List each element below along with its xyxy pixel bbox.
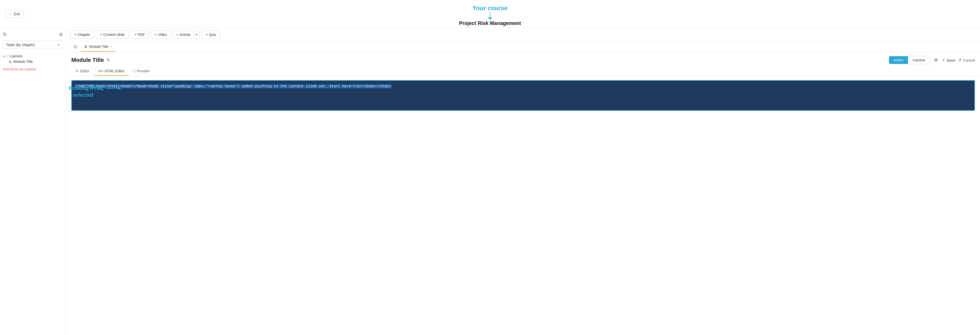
- editor-panel-header: Module Title ✎ Active Inactive ⚙ ✓ Save …: [66, 52, 980, 67]
- activity-dropdown-arrow[interactable]: ▾: [194, 31, 199, 38]
- content-slide-label: Content Slide: [103, 33, 125, 37]
- tree-parent-label: Layouts: [10, 54, 22, 58]
- toolbar: + Chapter + Content Slide + PDF + Video …: [66, 28, 980, 41]
- save-button[interactable]: ✓ Save: [942, 58, 955, 62]
- inner-tabs: ✎ Editor </> HTML Editor □ Preview: [66, 67, 980, 76]
- cancel-rotate-icon: ↺: [958, 58, 962, 62]
- chapter-select[interactable]: Tasks (by chapter): [3, 41, 63, 49]
- edit-pencil-icon[interactable]: ✎: [107, 57, 110, 63]
- preview-tab-label: Preview: [137, 69, 150, 73]
- tree-child-module-title[interactable]: 🗎 Module Title: [9, 60, 63, 64]
- plus-icon: +: [134, 32, 137, 37]
- pdf-label: PDF: [138, 33, 145, 37]
- active-toggle-button[interactable]: Active: [889, 56, 908, 64]
- tab-module-title-label: Module Title: [89, 44, 108, 49]
- preview-tab-icon: □: [133, 69, 135, 73]
- course-title: Project Risk Management: [0, 21, 980, 26]
- course-arrow: [0, 12, 980, 20]
- tree-child-label: Module Title: [13, 60, 33, 64]
- add-chapter-button[interactable]: + Chapter: [70, 30, 94, 39]
- module-title-row: Module Title ✎: [71, 57, 110, 64]
- annotation-container: <!DOCTYPE html><html><head></head><body …: [66, 76, 980, 115]
- cancel-button[interactable]: ↺ Cancel: [958, 58, 975, 62]
- activity-label: Activity: [179, 33, 191, 37]
- sidebar: ↻ ⊘ Tasks (by chapter) ◂ □ Layouts 🗎 Mod…: [0, 28, 66, 335]
- add-pdf-button[interactable]: + PDF: [130, 30, 149, 39]
- exit-arrow-icon: ←: [9, 12, 13, 16]
- exit-button[interactable]: ← Exit: [5, 10, 24, 18]
- tab-module-title[interactable]: 🗎 Module Title ×: [81, 42, 116, 52]
- your-course-annotation: Your course: [0, 5, 980, 12]
- html-editor-tab-icon: </>: [98, 69, 103, 73]
- inactive-toggle-button[interactable]: Inactive: [908, 56, 929, 64]
- add-content-slide-button[interactable]: + Content Slide: [96, 30, 128, 39]
- editor-tab-icon: ✎: [75, 69, 78, 73]
- plus-icon: +: [100, 32, 102, 37]
- tab-editor[interactable]: ✎ Editor: [71, 67, 94, 76]
- cancel-label: Cancel: [963, 58, 975, 62]
- inactive-note: Red items are inactive.: [3, 67, 63, 71]
- tab-doc-icon: 🗎: [84, 45, 88, 49]
- refresh-icon[interactable]: ↻: [3, 32, 7, 37]
- selected-label: selected: [73, 92, 93, 98]
- chapter-label: Chapter: [78, 33, 90, 37]
- plus-icon: +: [74, 32, 76, 37]
- tree-parent-layouts[interactable]: ◂ □ Layouts: [3, 54, 63, 58]
- doc-icon: 🗎: [9, 60, 12, 64]
- add-quiz-button[interactable]: + Quiz: [202, 30, 220, 39]
- editor-tabs-bar: ⊙ 🗎 Module Title ×: [66, 41, 980, 52]
- code-editor-area: <!DOCTYPE html><html><head></head><body …: [66, 76, 980, 115]
- add-activity-button[interactable]: + Activity: [173, 31, 194, 38]
- editor-tab-label: Editor: [80, 69, 89, 73]
- plus-icon: +: [205, 32, 208, 37]
- tab-html-editor[interactable]: </> HTML Editor: [94, 67, 129, 76]
- tab-close-icon[interactable]: ×: [110, 45, 112, 48]
- settings-gear-button[interactable]: ⚙: [933, 56, 939, 64]
- save-label: Save: [947, 58, 955, 62]
- code-editor-box[interactable]: <!DOCTYPE html><html><head></head><body …: [71, 80, 975, 111]
- add-activity-dropdown: + Activity ▾: [173, 31, 200, 38]
- plus-icon: +: [154, 32, 157, 37]
- tab-preview[interactable]: □ Preview: [129, 67, 154, 76]
- folder-icon: □: [6, 54, 8, 58]
- header-actions: Active Inactive ⚙ ✓ Save ↺ Cancel: [889, 56, 975, 64]
- tab-home[interactable]: ⊙: [70, 41, 80, 52]
- html-editor-tab-label: HTML Editor: [105, 69, 124, 73]
- module-title-text: Module Title: [71, 57, 104, 64]
- exit-label: Exit: [14, 12, 20, 16]
- quiz-label: Quiz: [209, 33, 216, 37]
- sidebar-tree: ◂ □ Layouts 🗎 Module Title: [3, 54, 63, 64]
- content-area: + Chapter + Content Slide + PDF + Video …: [66, 28, 980, 335]
- sidebar-top-icons: ↻ ⊘: [3, 32, 63, 37]
- code-content: <!DOCTYPE html><html><head></head><body …: [75, 84, 391, 88]
- plus-icon: +: [176, 33, 178, 37]
- active-inactive-toggle: Active Inactive: [889, 56, 930, 64]
- save-check-icon: ✓: [942, 58, 945, 62]
- video-label: Video: [158, 33, 167, 37]
- existing-html-label: Existing HTML: [69, 85, 104, 91]
- filter-icon[interactable]: ⊘: [59, 32, 63, 37]
- add-video-button[interactable]: + Video: [151, 30, 171, 39]
- existing-html-annotation: Existing HTML selected: [69, 85, 121, 98]
- chevron-icon: ◂: [3, 54, 5, 58]
